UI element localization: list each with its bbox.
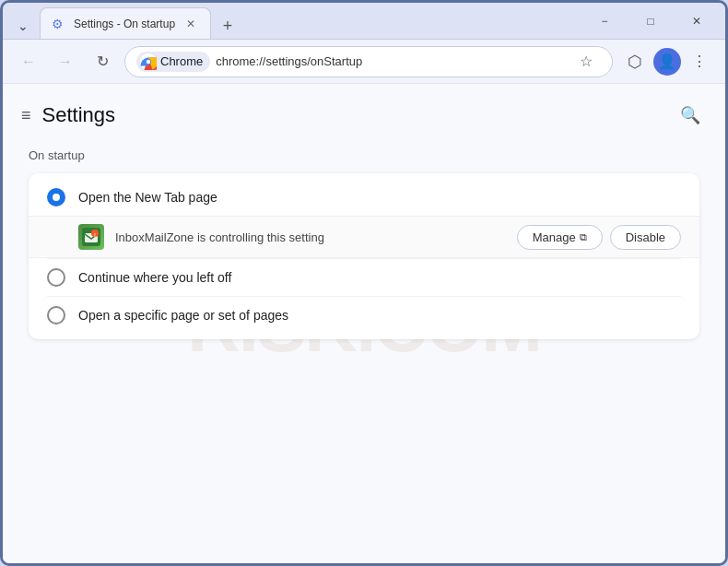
back-button[interactable]: ← (14, 47, 43, 77)
profile-button[interactable]: 👤 (653, 48, 681, 76)
back-icon: ← (21, 53, 36, 70)
radio-new-tab-inner (53, 194, 60, 201)
address-bar[interactable]: Chrome chrome://settings/onStartup ☆ (124, 46, 613, 77)
options-card: Open the New Tab page ! InboxMailZone is… (29, 173, 699, 339)
extensions-button[interactable]: ⬡ (620, 47, 650, 77)
bookmark-button[interactable]: ☆ (571, 47, 601, 77)
startup-section: On startup Open the New Tab page (3, 141, 725, 354)
tab-favicon: ⚙ (52, 17, 66, 31)
external-link-icon: ⧉ (580, 231, 587, 243)
chrome-icon (140, 53, 157, 70)
disable-label: Disable (626, 230, 665, 244)
settings-menu-button[interactable]: ≡ (21, 106, 31, 125)
disable-button[interactable]: Disable (610, 225, 681, 250)
new-tab-button[interactable]: + (215, 13, 241, 39)
address-text: chrome://settings/onStartup (216, 54, 566, 68)
chrome-logo-pill: Chrome (136, 52, 210, 72)
content-area: RISK.COM ≡ Settings 🔍 On startup Open th… (3, 84, 725, 566)
hamburger-icon: ≡ (21, 106, 31, 124)
vertical-dots-icon: ⋮ (692, 53, 707, 70)
chrome-label: Chrome (160, 54, 203, 68)
maximize-button[interactable]: □ (629, 9, 672, 33)
tab-area: ⌄ ⚙ Settings - On startup ✕ + (10, 7, 583, 39)
chrome-menu-button[interactable]: ⋮ (685, 47, 714, 77)
extensions-icon: ⬡ (628, 52, 642, 72)
title-bar: ⌄ ⚙ Settings - On startup ✕ + − □ ✕ (3, 3, 725, 40)
svg-point-2 (147, 59, 150, 63)
option-new-tab-label: Open the New Tab page (78, 190, 217, 205)
chevron-down-icon: ⌄ (18, 18, 29, 33)
svg-text:!: ! (94, 232, 96, 238)
radio-new-tab[interactable] (47, 188, 65, 206)
nav-right-controls: ⬡ 👤 ⋮ (620, 47, 714, 77)
nav-bar: ← → ↻ Chrome chrome://settings/onStartup… (3, 40, 725, 84)
extension-icon: ! (78, 224, 104, 250)
option-specific-page-label: Open a specific page or set of pages (78, 308, 288, 323)
option-specific-page[interactable]: Open a specific page or set of pages (29, 297, 699, 334)
reload-icon: ↻ (97, 53, 109, 70)
extension-row: ! InboxMailZone is controlling this sett… (29, 216, 699, 258)
tab-close-button[interactable]: ✕ (182, 16, 199, 32)
close-button[interactable]: ✕ (675, 9, 718, 33)
radio-continue[interactable] (47, 268, 65, 287)
tab-switcher-button[interactable]: ⌄ (10, 13, 36, 39)
option-continue-label: Continue where you left off (78, 270, 231, 285)
manage-label: Manage (533, 230, 576, 244)
option-continue[interactable]: Continue where you left off (29, 259, 699, 296)
search-icon: 🔍 (680, 105, 700, 125)
active-tab[interactable]: ⚙ Settings - On startup ✕ (40, 7, 211, 39)
minimize-button[interactable]: − (583, 9, 626, 33)
window-controls: − □ ✕ (583, 9, 718, 39)
extension-label: InboxMailZone is controlling this settin… (115, 230, 506, 244)
profile-icon: 👤 (658, 53, 676, 70)
settings-title-group: ≡ Settings (21, 103, 115, 127)
option-new-tab[interactable]: Open the New Tab page (29, 179, 699, 216)
settings-header: ≡ Settings 🔍 (3, 84, 725, 141)
settings-search-button[interactable]: 🔍 (674, 99, 707, 132)
reload-button[interactable]: ↻ (88, 47, 117, 77)
tab-title: Settings - On startup (74, 18, 175, 30)
inbox-mail-zone-icon: ! (82, 228, 100, 246)
extension-buttons: Manage ⧉ Disable (517, 225, 681, 250)
radio-specific-page[interactable] (47, 306, 65, 324)
forward-icon: → (58, 53, 73, 70)
section-label: On startup (29, 148, 699, 162)
page-title: Settings (42, 103, 116, 127)
forward-button[interactable]: → (51, 47, 80, 77)
manage-button[interactable]: Manage ⧉ (517, 225, 603, 250)
bookmark-icon: ☆ (580, 53, 593, 70)
